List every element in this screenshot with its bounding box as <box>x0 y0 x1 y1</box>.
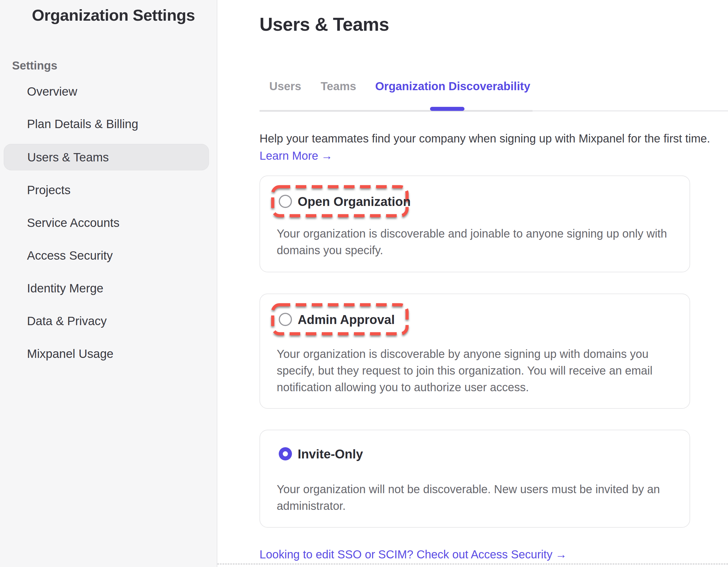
organization-settings-page: Organization Settings Settings Overview … <box>0 0 728 567</box>
option-description: Your organization is discoverable by any… <box>277 346 687 396</box>
right-arrow-icon: → <box>321 149 333 162</box>
sidebar-item-overview[interactable]: Overview <box>4 78 209 105</box>
sidebar-item-access-security[interactable]: Access Security <box>4 242 209 269</box>
right-arrow-icon: → <box>555 548 567 561</box>
active-tab-indicator <box>430 107 464 111</box>
sidebar-item-mixpanel-usage[interactable]: Mixpanel Usage <box>4 341 209 367</box>
option-card-open-organization: Open Organization Your organization is d… <box>260 175 690 272</box>
sidebar-item-data-privacy[interactable]: Data & Privacy <box>4 308 209 334</box>
main-content: Users & Teams Users Teams Organization D… <box>218 0 728 567</box>
sidebar-title: Organization Settings <box>32 6 195 24</box>
radio-admin-approval[interactable] <box>279 313 292 326</box>
tab-organization-discoverability[interactable]: Organization Discoverability <box>375 80 530 93</box>
radio-selected-dot <box>283 451 288 456</box>
option-description: Your organization will not be discoverab… <box>277 481 687 514</box>
sidebar-section-label: Settings <box>12 59 57 72</box>
page-title: Users & Teams <box>260 14 389 35</box>
option-card-admin-approval: Admin Approval Your organization is disc… <box>260 294 690 409</box>
option-title-invite-only[interactable]: Invite-Only <box>298 447 363 460</box>
sidebar-item-projects[interactable]: Projects <box>4 177 209 203</box>
learn-more-link[interactable]: Learn More→ <box>260 149 333 162</box>
option-card-invite-only: Invite-Only Your organization will not b… <box>260 430 690 528</box>
tabbar-divider-strong <box>260 110 533 112</box>
sidebar-item-service-accounts[interactable]: Service Accounts <box>4 210 209 236</box>
sidebar: Organization Settings Settings Overview … <box>0 0 217 567</box>
cutoff-bottom-divider <box>217 564 728 564</box>
radio-open-organization[interactable] <box>279 195 292 208</box>
access-security-label: Looking to edit SSO or SCIM? Check out A… <box>260 548 552 561</box>
radio-invite-only[interactable] <box>279 447 292 460</box>
intro-text: Help your teammates find your company wh… <box>260 131 719 146</box>
sidebar-item-users-teams[interactable]: Users & Teams <box>4 144 209 170</box>
sidebar-item-plan-details-billing[interactable]: Plan Details & Billing <box>4 111 209 137</box>
option-title-admin-approval[interactable]: Admin Approval <box>298 313 395 326</box>
option-title-open-organization[interactable]: Open Organization <box>298 195 411 208</box>
option-description: Your organization is discoverable and jo… <box>277 225 687 258</box>
tab-teams[interactable]: Teams <box>321 80 356 93</box>
sidebar-item-identity-merge[interactable]: Identity Merge <box>4 275 209 302</box>
learn-more-label: Learn More <box>260 149 318 162</box>
access-security-link[interactable]: Looking to edit SSO or SCIM? Check out A… <box>260 548 567 561</box>
tab-users[interactable]: Users <box>269 80 301 93</box>
